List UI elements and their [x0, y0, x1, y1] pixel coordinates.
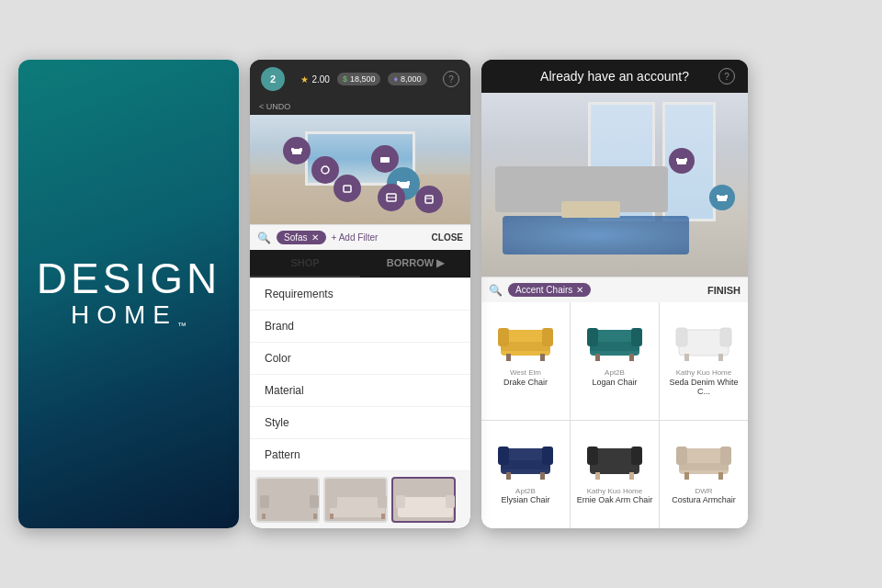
chair-img-1 [493, 310, 558, 365]
chair-brand-1: West Elm [510, 368, 541, 378]
svg-rect-14 [260, 495, 269, 508]
filter-bar: 🔍 Sofas ✕ + Add Filter CLOSE [250, 224, 470, 250]
chair-item-3[interactable]: Kathy Kuo Home Seda Denim White C... [660, 302, 748, 420]
svg-rect-18 [330, 497, 385, 517]
svg-rect-43 [629, 354, 634, 361]
logo-design: DESIGN [37, 257, 220, 300]
room3-dot-2-selected[interactable] [709, 185, 735, 210]
undo-button[interactable]: < UNDO [259, 102, 290, 111]
filter-material[interactable]: Material [250, 375, 470, 407]
screen3-filter-close-icon[interactable]: ✕ [576, 285, 583, 295]
stars-stat: ★ 2.00 [300, 74, 329, 85]
room-view [250, 115, 470, 224]
filter-requirements[interactable]: Requirements [250, 278, 470, 311]
svg-rect-56 [587, 447, 598, 465]
chair-img-6 [672, 428, 736, 483]
dollar-icon: $ [343, 74, 347, 84]
svg-rect-36 [506, 354, 511, 361]
diamond-badge: ♦ 8,000 [388, 73, 426, 85]
chair-name-1: Drake Chair [503, 378, 548, 388]
svg-rect-4 [380, 157, 390, 163]
svg-rect-59 [629, 472, 634, 480]
svg-rect-27 [676, 158, 679, 162]
filter-pattern[interactable]: Pattern [250, 439, 470, 471]
chair-img-5 [582, 428, 647, 483]
chair-name-6: Costura Armchair [672, 495, 736, 505]
screen3-filter-tag[interactable]: Accent Chairs ✕ [508, 283, 591, 297]
screen3-help-button[interactable]: ? [718, 68, 735, 85]
chair-item-4[interactable]: Apt2B Elysian Chair [481, 421, 570, 528]
logo: DESIGN HOME ™ [37, 257, 220, 331]
svg-rect-37 [540, 354, 545, 361]
chair-name-3: Seda Denim White C... [663, 378, 744, 398]
svg-rect-11 [425, 196, 433, 203]
sofa-thumb-3[interactable] [391, 477, 456, 523]
tab-borrow[interactable]: BORROW ▶ [360, 250, 470, 277]
chair-brand-6: DWR [695, 487, 712, 496]
screen3-filter-bar: 🔍 Accent Chairs ✕ FINISH [481, 277, 748, 302]
svg-rect-22 [381, 514, 385, 519]
main-container: DESIGN HOME ™ 2 ★ 2.00 $ 18,500 ♦ [0, 0, 882, 588]
currency-value: 18,500 [350, 74, 376, 84]
star-icon: ★ [300, 74, 309, 85]
svg-rect-25 [446, 495, 455, 508]
furniture-dot-6[interactable] [378, 184, 405, 211]
room-screen-header: 2 ★ 2.00 $ 18,500 ♦ 8,000 ? [250, 60, 470, 98]
close-filter-button[interactable]: CLOSE [432, 232, 463, 243]
chair-name-4: Elysian Chair [501, 495, 549, 505]
filter-close-icon[interactable]: ✕ [311, 232, 319, 243]
svg-rect-16 [262, 514, 266, 519]
svg-rect-8 [344, 186, 351, 192]
svg-rect-17 [313, 514, 317, 519]
svg-rect-62 [720, 447, 731, 465]
chair-brand-5: Kathy Kuo Home [587, 487, 642, 496]
sofa-thumb-1[interactable] [255, 477, 320, 523]
chair-item-1[interactable]: West Elm Drake Chair [481, 302, 570, 420]
svg-point-3 [322, 166, 329, 174]
screen3-filter-label: Accent Chairs [515, 285, 572, 295]
tab-shop[interactable]: SHOP [250, 250, 360, 277]
help-button[interactable]: ? [443, 71, 459, 87]
chair-brand-2: Apt2B [605, 368, 625, 378]
svg-rect-21 [330, 514, 334, 519]
svg-rect-52 [501, 460, 550, 469]
svg-rect-31 [725, 195, 728, 198]
stars-value: 2.00 [311, 74, 329, 85]
chair-name-5: Ernie Oak Arm Chair [577, 495, 653, 505]
room3-dot-1[interactable] [669, 148, 695, 174]
svg-rect-47 [684, 354, 689, 361]
sofa-thumb-2[interactable] [323, 477, 388, 523]
finish-button[interactable]: FINISH [707, 285, 741, 296]
header-stats: ★ 2.00 $ 18,500 ♦ 8,000 [300, 73, 426, 85]
add-filter-button[interactable]: + Add Filter [332, 232, 379, 243]
svg-rect-54 [540, 472, 545, 480]
svg-rect-15 [310, 495, 319, 508]
svg-rect-20 [378, 495, 387, 508]
svg-rect-24 [396, 495, 405, 508]
chair-item-6[interactable]: DWR Costura Armchair [660, 421, 748, 528]
svg-rect-1 [291, 148, 294, 152]
chair-item-2[interactable]: Apt2B Logan Chair [571, 302, 659, 420]
chair-item-5[interactable]: Kathy Kuo Home Ernie Oak Arm Chair [571, 421, 659, 528]
svg-rect-42 [595, 354, 600, 361]
room-view-3 [481, 93, 748, 277]
diamond-value: 8,000 [401, 74, 422, 84]
logo-tm: ™ [177, 321, 187, 331]
svg-rect-35 [501, 342, 550, 351]
svg-rect-48 [718, 354, 723, 361]
svg-rect-41 [590, 342, 639, 351]
chair-brand-3: Kathy Kuo Home [676, 368, 731, 378]
screen3-search-icon: 🔍 [489, 284, 503, 297]
filter-brand[interactable]: Brand [250, 311, 470, 343]
diamond-icon: ♦ [393, 74, 398, 84]
filter-tag-label: Sofas [284, 232, 308, 243]
filter-color[interactable]: Color [250, 343, 470, 375]
furniture-dot-1[interactable] [283, 137, 311, 164]
active-filter-tag[interactable]: Sofas ✕ [277, 231, 326, 244]
undo-bar: < UNDO [250, 98, 470, 115]
chair-img-4 [493, 428, 558, 483]
filter-style[interactable]: Style [250, 407, 470, 439]
splash-screen: DESIGN HOME ™ [18, 60, 239, 528]
room-design-screen: 2 ★ 2.00 $ 18,500 ♦ 8,000 ? < UNDO [250, 60, 470, 528]
svg-rect-45 [676, 328, 687, 346]
